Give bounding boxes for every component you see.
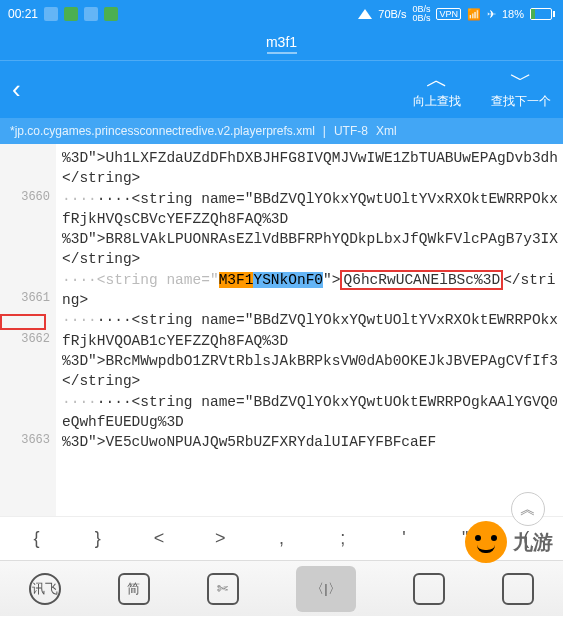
ime-button[interactable]: 讯飞: [29, 573, 61, 605]
title-bar: m3f1: [0, 28, 563, 61]
file-path: *jp.co.cygames.princessconnectredive.v2.…: [10, 124, 315, 138]
wifi-icon: [358, 9, 372, 19]
app-icon-3: [84, 7, 98, 21]
app-icon-1: [44, 7, 58, 21]
app-icon-4: [104, 7, 118, 21]
symbol-key[interactable]: (: [496, 528, 557, 549]
bottom-toolbar: 讯飞 简 ✄ 〈|〉: [0, 560, 563, 616]
code-line: ····<string name="M3F1YSNkOnF0">Q6hcRwUC…: [62, 270, 559, 311]
code-editor[interactable]: 3660 3661 3662 3663 %3D">Uh1LXFZdaUZdDFh…: [0, 144, 563, 516]
chevron-down-icon: ﹀: [510, 69, 532, 91]
symbol-key[interactable]: ,: [251, 528, 312, 549]
symbol-key[interactable]: ;: [312, 528, 373, 549]
encoding: UTF-8: [334, 124, 368, 138]
file-info-bar[interactable]: *jp.co.cygames.princessconnectredive.v2.…: [0, 118, 563, 144]
symbol-key[interactable]: ": [435, 528, 496, 549]
simplify-button[interactable]: 简: [118, 573, 150, 605]
find-next-button[interactable]: ﹀ 查找下一个: [491, 69, 551, 110]
document-title[interactable]: m3f1: [266, 34, 297, 50]
code-line: %3D">Uh1LXFZdaUZdDFhDXBJHFG8IVQMJVwIWE1Z…: [62, 148, 559, 189]
cut-button[interactable]: ✄: [207, 573, 239, 605]
code-line: %3D">VE5cUwoNPUAJQw5RbUZFXRYdalUIAFYFBFc…: [62, 432, 559, 452]
symbol-key[interactable]: <: [128, 528, 189, 549]
symbol-key[interactable]: ': [373, 528, 434, 549]
find-prev-button[interactable]: ︿ 向上查找: [413, 69, 461, 110]
battery-icon: [530, 8, 555, 20]
tool-button-5[interactable]: [413, 573, 445, 605]
annotation-box-small: [0, 314, 46, 330]
code-content[interactable]: %3D">Uh1LXFZdaUZdDFhDXBJHFG8IVQMJVwIWE1Z…: [56, 144, 563, 516]
cursor-move-button[interactable]: 〈|〉: [296, 566, 356, 612]
symbol-shortcut-bar: { } < > , ; ' " (: [0, 516, 563, 560]
selection: YSNkOnF0: [253, 272, 323, 288]
signal-icon: 📶: [467, 8, 481, 21]
vpn-badge: VPN: [436, 8, 461, 20]
search-nav: ‹ ︿ 向上查找 ﹀ 查找下一个: [0, 61, 563, 118]
back-button[interactable]: ‹: [12, 74, 21, 105]
code-line: %3D">BRcMWwpdbO1ZRVtRblsJAkBRPksVW0dAb0O…: [62, 351, 559, 392]
symbol-key[interactable]: }: [67, 528, 128, 549]
battery-pct: 18%: [502, 8, 524, 20]
chevron-up-icon: ︿: [426, 69, 448, 91]
clock: 00:21: [8, 7, 38, 21]
code-line: ········<string name="BBdZVQlYOkxYQwtUOl…: [62, 310, 559, 351]
file-format: Xml: [376, 124, 397, 138]
annotation-box-value: Q6hcRwUCANElBSc%3D: [340, 270, 503, 290]
net-detail: 0B/s 0B/s: [412, 5, 430, 23]
symbol-key[interactable]: {: [6, 528, 67, 549]
status-bar: 00:21 70B/s 0B/s 0B/s VPN 📶 ✈ 18%: [0, 0, 563, 28]
symbol-key[interactable]: >: [190, 528, 251, 549]
tool-button-6[interactable]: [502, 573, 534, 605]
app-icon-2: [64, 7, 78, 21]
net-speed: 70B/s: [378, 8, 406, 20]
code-line: %3D">BR8LVAkLPUONRAsEZlVdBBFRPhYQDkpLbxJ…: [62, 229, 559, 270]
code-line: ········<string name="BBdZVQlYOkxYQwtUOl…: [62, 189, 559, 230]
airplane-icon: ✈: [487, 8, 496, 21]
search-match-current: M3F1: [219, 272, 254, 288]
code-line: ········<string name="BBdZVQlYOkxYQwtUOk…: [62, 392, 559, 433]
line-gutter: 3660 3661 3662 3663: [0, 144, 56, 516]
scroll-top-button[interactable]: ︽: [511, 492, 545, 526]
